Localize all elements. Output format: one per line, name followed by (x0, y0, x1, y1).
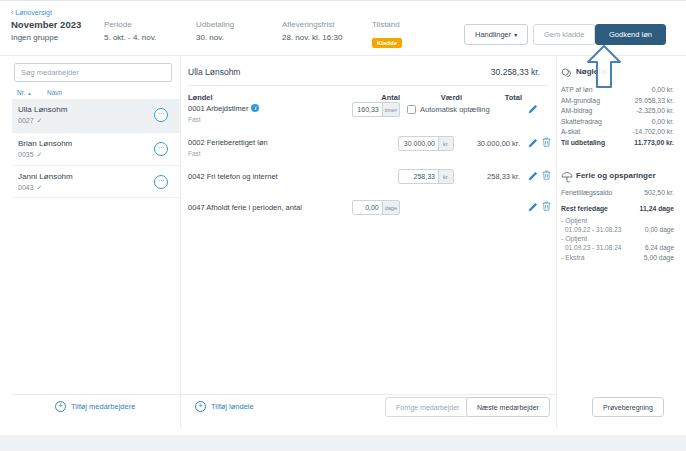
sidebar-divider (180, 55, 181, 428)
header-divider (0, 55, 686, 56)
umbrella-icon (561, 169, 573, 187)
sort-asc-icon: ▲ (27, 91, 31, 96)
payline-type: Fast (188, 116, 201, 123)
vaerdi-input-group: kr. (398, 169, 454, 184)
gem-kladde-button[interactable]: Gem kladde (533, 24, 595, 45)
auto-count-checkbox[interactable] (407, 105, 416, 114)
vacation-title: Ferie og opsparinger (576, 171, 656, 180)
vac-value: 6,24 dage (600, 244, 674, 251)
payline-label: 0047 Afholdt ferie i perioden, antal (188, 203, 302, 212)
periode-label: Periode (104, 20, 132, 29)
antal-input[interactable] (353, 201, 382, 214)
group-name: Ingen gruppe (11, 33, 58, 42)
payline-label: 0042 Fri telefon og internet (188, 172, 278, 181)
employee-title: Ulla Lønsohm (188, 67, 240, 77)
col-antal: Antal (340, 93, 400, 102)
employee-row-ulla[interactable]: Ulla Lønsohm 0027✓ ··· (12, 99, 180, 132)
plus-circle-icon: + (55, 401, 66, 412)
sort-header-nr[interactable]: Nr. ▲ (17, 89, 32, 96)
godkend-lon-label: Godkend løn (609, 30, 652, 39)
col-vaerdi: Værdi (402, 93, 462, 102)
delete-trash-icon[interactable] (542, 201, 551, 211)
kf-label: AM-bidrag (561, 107, 592, 114)
add-paylines-label: Tilføj løndele (211, 402, 254, 411)
antal-input-group: timer (352, 102, 400, 117)
more-options-icon[interactable]: ··· (154, 108, 168, 122)
vac-value: 502,50 kr. (600, 189, 674, 196)
test-calculation-button[interactable]: Prøveberegning (592, 397, 664, 417)
search-input[interactable] (14, 63, 172, 82)
kf-label: AM-grundlag (561, 97, 600, 104)
next-employee-label: Næste medarbejder (477, 404, 539, 411)
chevron-down-icon: ▾ (514, 31, 517, 38)
payline-label: 0002 Ferieberettiget løn (188, 138, 268, 147)
payroll-app: ‹ Lønoversigt November 2023 Ingen gruppe… (0, 0, 686, 451)
kf-value: -2.325,00 kr. (600, 107, 674, 114)
edit-pencil-icon[interactable] (528, 202, 538, 212)
delete-trash-icon[interactable] (542, 170, 551, 180)
udbetaling-label: Udbetaling (196, 20, 234, 29)
antal-input[interactable] (353, 103, 382, 116)
sort-header-navn[interactable]: Navn (47, 89, 62, 96)
udbetaling-value: 30. nov. (196, 33, 224, 42)
periode-value: 5. okt. - 4. nov. (104, 33, 156, 42)
unit-suffix: kr. (438, 170, 453, 183)
footer-divider (12, 394, 556, 395)
handlinger-label: Handlinger (475, 30, 511, 39)
payline-type: Fast (188, 150, 201, 157)
employee-total: 30.258,33 kr. (440, 67, 540, 77)
status-badge: Kladde (372, 31, 402, 49)
previous-employee-label: Forrige medarbejder (396, 404, 459, 411)
gem-kladde-label: Gem kladde (544, 30, 584, 39)
vaerdi-input[interactable] (399, 170, 438, 183)
back-link-label: Lønoversigt (15, 9, 52, 16)
title-divider (188, 85, 548, 86)
payline-label: 0001 Arbejdstimeri (188, 104, 259, 113)
unit-suffix: dage (382, 201, 399, 214)
godkend-lon-button[interactable]: Godkend løn (595, 24, 666, 45)
employee-number: 0035✓ (18, 151, 42, 159)
vac-value: 11,24 dage (600, 205, 674, 212)
vac-label: - Optjent (561, 235, 587, 242)
test-calculation-label: Prøveberegning (603, 404, 653, 411)
handlinger-button[interactable]: Handlinger ▾ (464, 24, 528, 45)
kf-value: 0,00 kr. (600, 118, 674, 125)
col-total: Total (460, 93, 522, 102)
afleveringsfrist-label: Afleveringsfrist (282, 20, 334, 29)
vac-value: 0,00 dage (600, 226, 674, 233)
payline-total: 258,33 kr. (460, 172, 520, 181)
kf-label: Skattefradrag (561, 118, 602, 125)
edit-pencil-icon[interactable] (528, 104, 538, 114)
previous-employee-button[interactable]: Forrige medarbejder (385, 397, 470, 417)
kf-label: A-skat (561, 128, 580, 135)
col-londel: Løndel (188, 93, 213, 102)
vaerdi-input[interactable] (399, 137, 438, 150)
add-employees-label: Tilføj medarbejdere (71, 402, 135, 411)
auto-count-label: Automatisk optælling (420, 105, 490, 114)
bottom-band (0, 435, 686, 451)
edit-pencil-icon[interactable] (528, 171, 538, 181)
employee-name: Brian Lønsohm (18, 139, 72, 148)
vac-label: - Optjent (561, 217, 587, 224)
delete-trash-icon[interactable] (542, 137, 551, 147)
check-icon: ✓ (37, 184, 43, 191)
kf-value: 11.773,00 kr. (600, 139, 674, 146)
back-link[interactable]: ‹ Lønoversigt (11, 9, 52, 16)
nr-column-label: Nr. (17, 89, 25, 96)
period-month-title: November 2023 (11, 19, 81, 30)
payline-total: 30.000,00 kr. (460, 139, 520, 148)
employee-row-brian[interactable]: Brian Lønsohm 0035✓ ··· (12, 132, 180, 165)
more-options-icon[interactable]: ··· (154, 175, 168, 189)
more-options-icon[interactable]: ··· (154, 142, 168, 156)
annotation-arrow-up-icon (585, 45, 623, 89)
kladde-badge: Kladde (372, 38, 402, 48)
next-employee-button[interactable]: Næste medarbejder (466, 397, 550, 417)
kf-value: 29.058,33 kr. (600, 97, 674, 104)
add-employees-link[interactable]: + Tilføj medarbejdere (55, 401, 135, 412)
edit-pencil-icon[interactable] (528, 138, 538, 148)
employee-row-janni[interactable]: Janni Lønsohm 0043✓ ··· (12, 165, 180, 198)
add-paylines-link[interactable]: + Tilføj løndele (195, 401, 254, 412)
vac-value: 5,00 dage (600, 254, 674, 261)
employee-name: Ulla Lønsohm (18, 105, 67, 114)
info-icon[interactable]: i (251, 104, 259, 112)
